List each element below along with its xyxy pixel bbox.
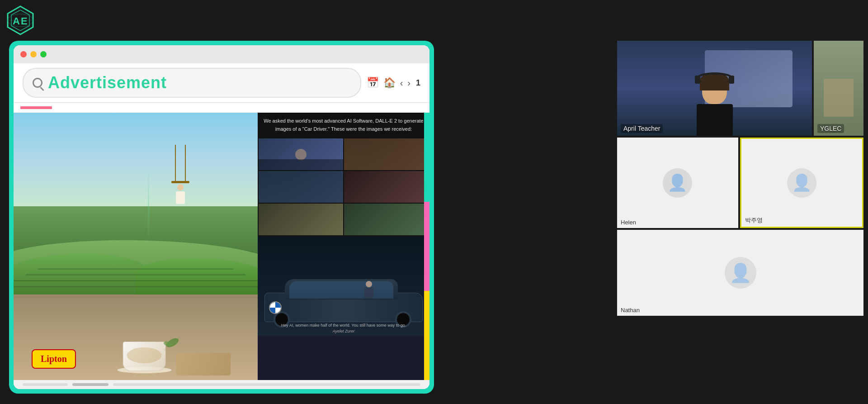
nathan-label: Nathan xyxy=(621,307,640,314)
collage-cell-6 xyxy=(344,204,429,235)
burlap xyxy=(176,353,231,375)
home-icon[interactable]: 🏠 xyxy=(383,77,396,89)
nathan-muted: 👤 xyxy=(617,230,863,316)
search-bar[interactable]: Advertisement xyxy=(23,68,361,98)
april-body xyxy=(697,104,733,136)
collage-cell-5 xyxy=(259,204,343,235)
next-icon[interactable]: › xyxy=(407,78,410,88)
nathan-avatar: 👤 xyxy=(725,257,756,289)
browser-scrollbar xyxy=(14,380,429,389)
car-ad-footer: Hey AI, women make half of the world. Yo… xyxy=(262,323,425,334)
park-muted: 👤 xyxy=(741,139,863,227)
helen-label: Helen xyxy=(621,219,636,226)
swing-ropes xyxy=(175,145,186,181)
lipton-logo: Lipton xyxy=(32,349,76,369)
video-container: April Teacher YGLEC 👤 Helen xyxy=(617,41,863,399)
car-main-image: Hey AI, women make half of the world. Yo… xyxy=(258,236,429,336)
collage-cell-3 xyxy=(259,171,343,203)
side-strip xyxy=(424,113,429,380)
collage-cell-1 xyxy=(259,138,343,170)
bmw-logo xyxy=(269,301,282,314)
browser-content: Lipton We asked the world's most advance… xyxy=(14,103,429,389)
traffic-light-green[interactable] xyxy=(40,51,47,57)
april-label: April Teacher xyxy=(621,124,663,133)
traffic-light-yellow[interactable] xyxy=(30,51,37,57)
traffic-light-red[interactable] xyxy=(20,51,27,57)
logo: A E xyxy=(5,5,41,41)
collage-cell-2 xyxy=(344,138,429,170)
car-ad-header: We asked the world's most advanced AI So… xyxy=(258,113,429,138)
ad-left: Lipton xyxy=(14,113,258,380)
presentation-area: Advertisement 📅 🏠 ‹ › 1 xyxy=(9,41,434,394)
scrollbar-track-1 xyxy=(23,383,68,386)
video-tile-park: 👤 박주영 xyxy=(740,138,864,228)
video-row-mid: 👤 Helen 👤 박주영 xyxy=(617,138,863,228)
browser-toolbar: Advertisement 📅 🏠 ‹ › 1 xyxy=(14,63,429,103)
calendar-icon[interactable]: 📅 xyxy=(367,77,379,89)
helen-muted: 👤 xyxy=(617,138,738,228)
car-windshield xyxy=(289,281,393,299)
browser-titlebar xyxy=(14,45,429,63)
video-tile-helen: 👤 Helen xyxy=(617,138,738,228)
swing-seat xyxy=(171,181,189,183)
park-avatar: 👤 xyxy=(787,168,816,198)
plantation-rows xyxy=(14,263,258,290)
video-row-top: April Teacher YGLEC xyxy=(617,41,863,136)
page-number: 1 xyxy=(416,78,420,88)
yglec-label: YGLEC xyxy=(817,124,844,133)
search-icon xyxy=(33,78,42,88)
video-tile-yglec: YGLEC xyxy=(814,41,863,136)
steam xyxy=(148,166,149,246)
yglec-video-feed xyxy=(814,41,863,136)
scrollbar-thumb[interactable] xyxy=(72,383,108,386)
search-text: Advertisement xyxy=(48,73,167,92)
swing-figure xyxy=(171,145,189,204)
collage-cell-4 xyxy=(344,171,429,203)
video-row-bot: 👤 Nathan xyxy=(617,230,863,316)
april-figure xyxy=(697,75,733,136)
content-divider xyxy=(20,106,52,109)
svg-text:A: A xyxy=(13,15,20,27)
driver xyxy=(363,281,375,299)
table-surface: Lipton xyxy=(14,295,258,380)
content-area: Lipton We asked the world's most advance… xyxy=(14,113,429,380)
car-collage xyxy=(258,138,429,236)
april-head xyxy=(702,75,727,104)
swing-person xyxy=(176,184,185,204)
park-label: 박주영 xyxy=(745,216,763,224)
scrollbar-track-2 xyxy=(113,383,420,386)
video-tile-nathan: 👤 Nathan xyxy=(617,230,863,316)
browser-window: Advertisement 📅 🏠 ‹ › 1 xyxy=(14,45,429,389)
hills xyxy=(14,174,258,295)
prev-icon[interactable]: ‹ xyxy=(400,78,403,88)
video-tile-april: April Teacher xyxy=(617,41,812,136)
toolbar-icons: 📅 🏠 ‹ › xyxy=(367,77,410,89)
april-video-feed xyxy=(617,41,812,136)
tea-cup xyxy=(123,342,166,371)
helen-avatar: 👤 xyxy=(663,168,692,198)
svg-text:E: E xyxy=(21,15,28,27)
ad-right: We asked the world's most advanced AI So… xyxy=(258,113,429,380)
